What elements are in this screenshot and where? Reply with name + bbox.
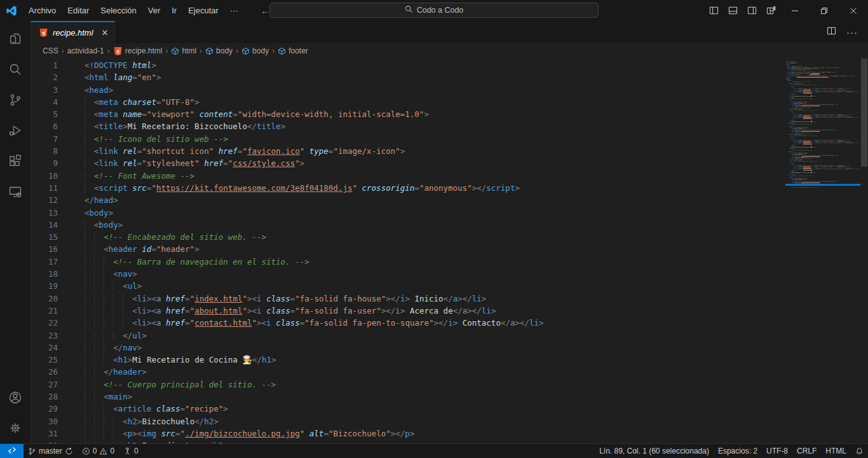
line-number[interactable]: 20	[31, 293, 85, 305]
code-line[interactable]: <nav>	[85, 268, 785, 280]
command-center-search[interactable]: Codo a Codo	[269, 3, 599, 18]
more-actions-icon[interactable]: ···	[846, 27, 858, 38]
code-line[interactable]: </header>	[85, 366, 785, 378]
activity-extensions[interactable]	[0, 146, 31, 176]
scrollbar-thumb[interactable]	[861, 59, 867, 167]
line-number[interactable]: 29	[31, 403, 85, 415]
code-line[interactable]: </ul>	[85, 330, 785, 342]
line-number[interactable]: 17	[31, 256, 85, 268]
problems-status[interactable]: 0 0	[78, 444, 119, 458]
line-number[interactable]: 31	[31, 427, 85, 440]
activity-remote-explorer[interactable]	[0, 176, 31, 207]
line-number[interactable]: 3	[31, 84, 85, 96]
line-number[interactable]: 14	[31, 219, 85, 231]
toggle-panel-icon[interactable]	[723, 0, 742, 21]
menu-editar[interactable]: Editar	[62, 0, 95, 21]
tab-recipe-html[interactable]: 5 recipe.html ✕	[31, 21, 115, 43]
line-number[interactable]: 2	[31, 71, 85, 83]
indentation-status[interactable]: Espacios: 2	[714, 444, 762, 458]
code-line[interactable]: <title>Mi Recetario: Bizcochuelo</title>	[85, 120, 785, 132]
line-number[interactable]: 32	[31, 440, 85, 443]
line-number[interactable]: 9	[31, 157, 85, 169]
code-line[interactable]: <article class="recipe">	[85, 403, 785, 415]
code-line[interactable]: <ul>	[85, 280, 785, 292]
activity-run-and-debug[interactable]	[0, 115, 31, 146]
code-line[interactable]: <html lang="en">	[85, 71, 785, 83]
code-line[interactable]: <!-- Encabezado del sitio web. -->	[85, 231, 785, 243]
line-number[interactable]: 18	[31, 268, 85, 280]
language-mode[interactable]: HTML	[821, 444, 851, 458]
activity-explorer[interactable]	[0, 24, 31, 54]
breadcrumb-item-html[interactable]: html	[171, 46, 196, 55]
menu-ejecutar[interactable]: Ejecutar	[182, 0, 224, 21]
vertical-scrollbar[interactable]	[860, 59, 868, 443]
menu-ir[interactable]: Ir	[166, 0, 182, 21]
code-line[interactable]: <!-- Icono del sitio web -->	[85, 133, 785, 145]
menu-seleccion[interactable]: Selección	[95, 0, 142, 21]
line-number[interactable]: 1	[31, 59, 85, 71]
code-line[interactable]: </head>	[85, 194, 785, 206]
activity-accounts[interactable]	[0, 382, 31, 413]
breadcrumb-item-body[interactable]: body	[205, 46, 233, 55]
code-line[interactable]: <link rel="stylesheet" href="css/style.c…	[85, 157, 785, 169]
toggle-secondary-sidebar-icon[interactable]	[742, 0, 761, 21]
line-number[interactable]: 26	[31, 366, 85, 378]
remote-indicator[interactable]	[0, 444, 24, 458]
line-number[interactable]: 15	[31, 231, 85, 243]
line-number[interactable]: 8	[31, 145, 85, 157]
code-line[interactable]: <h3>Ingredientes:</h3>	[85, 440, 785, 443]
line-number[interactable]: 5	[31, 108, 85, 120]
line-number[interactable]: 30	[31, 415, 85, 427]
line-number[interactable]: 22	[31, 317, 85, 329]
line-number[interactable]: 13	[31, 207, 85, 219]
menu-more-icon[interactable]: ···	[224, 0, 244, 21]
code-line[interactable]: <body>	[85, 219, 785, 231]
breadcrumb-item-body[interactable]: body	[241, 46, 269, 55]
code-line[interactable]: <h2>Bizcochuelo</h2>	[85, 415, 785, 427]
code-line[interactable]: <header id="header">	[85, 243, 785, 255]
code-editor[interactable]: 1234567891011121314151617181920212223242…	[31, 59, 868, 443]
cursor-position[interactable]: Lín. 89, Col. 1 (60 seleccionada)	[595, 444, 714, 458]
code-content[interactable]: <!DOCTYPE html><html lang="en"><head> <m…	[85, 59, 785, 443]
line-number[interactable]: 12	[31, 194, 85, 206]
branch-status[interactable]: master	[24, 444, 78, 458]
code-line[interactable]: <li><a href="index.html"><i class="fa-so…	[85, 293, 785, 305]
split-editor-icon[interactable]	[827, 26, 836, 38]
line-number[interactable]: 23	[31, 330, 85, 342]
minimap[interactable]: <!DOCTYPE html><html lang="en"><head> <m…	[785, 59, 860, 443]
menu-ver[interactable]: Ver	[142, 0, 166, 21]
code-line[interactable]: <!-- Font Awesome -->	[85, 170, 785, 182]
code-line[interactable]: <main>	[85, 391, 785, 403]
code-line[interactable]: <li><a href="contact.html"><i class="fa-…	[85, 317, 785, 329]
ports-status[interactable]: 0	[119, 444, 143, 458]
code-line[interactable]: <p><img src="./img/bizcochuelo.pg.jpg" a…	[85, 427, 785, 440]
code-line[interactable]: <head>	[85, 84, 785, 96]
line-number[interactable]: 25	[31, 354, 85, 366]
code-line[interactable]: <!-- Cuerpo principal del sitio. -->	[85, 378, 785, 391]
activity-settings[interactable]	[0, 413, 31, 443]
encoding-status[interactable]: UTF-8	[762, 444, 792, 458]
line-number[interactable]: 24	[31, 342, 85, 354]
code-line[interactable]: <!-- Barra de navegación en el sitio. --…	[85, 256, 785, 268]
line-number[interactable]: 21	[31, 305, 85, 317]
code-line[interactable]: <li><a href="about.html"><i class="fa-so…	[85, 305, 785, 317]
code-line[interactable]: <meta charset="UTF-8">	[85, 96, 785, 108]
close-icon[interactable]	[839, 0, 868, 21]
line-number[interactable]: 16	[31, 243, 85, 255]
restore-icon[interactable]	[810, 0, 839, 21]
breadcrumb-item-actividad-1[interactable]: actividad-1	[67, 46, 104, 55]
code-line[interactable]: </nav>	[85, 342, 785, 354]
code-line[interactable]: <body>	[85, 207, 785, 219]
activity-search[interactable]	[0, 54, 31, 85]
code-line[interactable]: <meta name="viewport" content="width=dev…	[85, 108, 785, 120]
breadcrumb-item-footer[interactable]: footer	[278, 46, 308, 55]
breadcrumb-item-recipe-html[interactable]: 5recipe.html	[113, 46, 163, 56]
activity-source-control[interactable]	[0, 85, 31, 115]
breadcrumb-item-css[interactable]: CSS	[43, 46, 58, 55]
line-number[interactable]: 19	[31, 280, 85, 292]
menu-archivo[interactable]: Archivo	[23, 0, 62, 21]
tab-close-icon[interactable]: ✕	[102, 28, 109, 38]
line-number[interactable]: 27	[31, 378, 85, 391]
code-line[interactable]: <script src="https://kit.fontawesome.com…	[85, 182, 785, 194]
line-number[interactable]: 6	[31, 120, 85, 132]
